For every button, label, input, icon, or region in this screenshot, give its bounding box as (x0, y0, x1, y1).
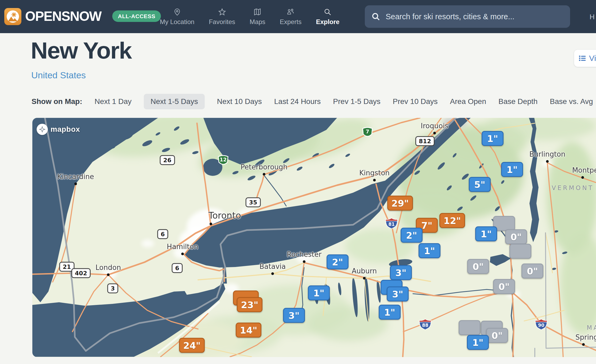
svg-text:81: 81 (388, 222, 395, 227)
city-label: Toronto (208, 210, 241, 221)
city-dot (210, 223, 212, 225)
filter-option-area-open[interactable]: Area Open (450, 97, 486, 106)
brand-wordmark[interactable]: OPENSNOW (25, 9, 101, 24)
city-dot (546, 160, 549, 163)
city-dot (363, 277, 366, 280)
city-dot (271, 272, 274, 275)
snow-badge-14in[interactable]: 14" (236, 323, 261, 338)
nav-item-label: Favorites (209, 18, 235, 26)
city-dot (433, 132, 436, 134)
snow-badge-1in[interactable]: 1" (501, 162, 523, 177)
snow-badge-0in[interactable]: 0" (521, 264, 543, 278)
country-link[interactable]: United States (31, 70, 86, 80)
nav-item-label: Maps (250, 18, 265, 26)
nav-item-maps[interactable]: Maps (250, 8, 265, 26)
snow-badge-2in[interactable]: 2" (401, 228, 423, 243)
state-label: VERMONT (552, 184, 594, 191)
nav-item-partial[interactable]: H (590, 13, 595, 21)
snow-badge-3in[interactable]: 3" (283, 308, 305, 323)
map-icon (253, 8, 262, 16)
search-bar[interactable] (365, 5, 570, 28)
road-shield-26: 26 (160, 155, 175, 165)
city-label: Burlington (529, 150, 565, 158)
snow-badge-1in[interactable]: 1" (308, 285, 330, 300)
snow-badge-29in[interactable]: 29" (387, 196, 413, 211)
opensnow-logo-icon[interactable] (4, 8, 21, 25)
location-pin-icon (173, 8, 181, 16)
city-label: Hamilton (167, 243, 198, 251)
state-label: MA (587, 324, 596, 331)
city-dot (581, 176, 584, 179)
nav-item-favorites[interactable]: Favorites (209, 8, 235, 26)
snow-badge-0in[interactable]: 0" (467, 259, 489, 274)
city-dot (74, 183, 77, 185)
mapbox-icon (37, 124, 48, 135)
city-dot (263, 173, 265, 176)
road-shield-7: 7 (361, 126, 374, 140)
city-dot (303, 260, 305, 263)
snow-badge-0in[interactable]: 0" (505, 229, 527, 244)
city-label: Kingston (359, 169, 389, 177)
city-label: Peterborough (241, 163, 288, 171)
nav-item-explore[interactable]: Explore (316, 8, 339, 26)
filter-option-base-depth[interactable]: Base Depth (498, 97, 537, 106)
forecast-map[interactable]: mapbox KincardineTorontoHamiltonLondonPe… (32, 118, 596, 357)
primary-nav: My LocationFavoritesMapsExpertsExplore (160, 0, 339, 33)
snow-badge-24in[interactable]: 24" (179, 338, 205, 353)
people-icon (286, 8, 295, 16)
road-shield-88: 88 (419, 319, 432, 331)
road-shield-35: 35 (246, 198, 261, 207)
map-layer-filters: Show on Map: Next 1 DayNext 1-5 DaysNext… (32, 94, 596, 110)
filter-option-next-1-day[interactable]: Next 1 Day (95, 97, 132, 106)
filter-option-last-24-hours[interactable]: Last 24 Hours (274, 97, 321, 106)
search-icon (323, 8, 332, 16)
mapbox-attribution[interactable]: mapbox (37, 124, 80, 135)
city-dot (181, 253, 184, 255)
top-navbar: OPENSNOW ALL-ACCESS My LocationFavorites… (0, 0, 596, 33)
svg-text:12: 12 (220, 157, 227, 162)
snow-badge-3in[interactable]: 3" (390, 265, 412, 280)
snow-badge-3in[interactable]: 3" (387, 286, 409, 301)
filter-option-prev-1-5-days[interactable]: Prev 1-5 Days (333, 97, 380, 106)
road-shield-812: 812 (415, 136, 435, 146)
nav-item-experts[interactable]: Experts (280, 8, 301, 26)
filter-option-next-10-days[interactable]: Next 10 Days (217, 97, 262, 106)
snow-badge-0in[interactable]: 0" (493, 279, 515, 294)
city-label: Auburn (352, 267, 377, 275)
city-label: Montpelier (572, 166, 596, 174)
nav-item-label: My Location (160, 18, 194, 26)
snow-badge-2in[interactable]: 2" (327, 254, 349, 269)
snow-badge-stacked[interactable] (509, 244, 531, 259)
city-label: Kincardine (57, 173, 94, 181)
road-shield-81: 81 (385, 218, 398, 230)
snow-badge-stacked[interactable] (459, 320, 481, 335)
mapbox-wordmark: mapbox (51, 125, 80, 134)
filter-option-base-vs-avg[interactable]: Base vs. Avg (550, 97, 593, 106)
snow-badge-1in[interactable]: 1" (467, 335, 489, 350)
snow-badge-1in[interactable]: 1" (419, 243, 440, 258)
snow-badge-1in[interactable]: 1" (482, 131, 504, 146)
road-shield-90: 90 (535, 319, 548, 331)
search-icon (371, 12, 380, 21)
city-dot (373, 179, 376, 181)
city-label: Springfield (575, 333, 596, 341)
filter-option-prev-10-days[interactable]: Prev 10 Days (393, 97, 438, 106)
snow-badge-5in[interactable]: 5" (469, 177, 491, 192)
svg-text:90: 90 (538, 323, 544, 328)
view-list-button[interactable]: View List (574, 50, 596, 67)
road-shield-6: 6 (172, 263, 183, 273)
snow-badge-1in[interactable]: 1" (475, 226, 497, 241)
search-input[interactable] (385, 12, 564, 21)
filter-option-next-1-5-days[interactable]: Next 1-5 Days (144, 94, 204, 109)
snow-badge-0in[interactable]: 0" (486, 328, 508, 343)
filters-label: Show on Map: (32, 97, 82, 106)
city-label: Batavia (260, 262, 286, 270)
snow-badge-1in[interactable]: 1" (379, 305, 401, 320)
city-label: Rochester (287, 250, 322, 258)
road-shield-3: 3 (107, 284, 118, 293)
star-icon (218, 8, 226, 16)
nav-item-my-location[interactable]: My Location (160, 8, 194, 26)
nav-item-label: Experts (280, 18, 301, 26)
snow-badge-12in[interactable]: 12" (439, 213, 465, 228)
snow-badge-23in[interactable]: 23" (237, 297, 262, 312)
